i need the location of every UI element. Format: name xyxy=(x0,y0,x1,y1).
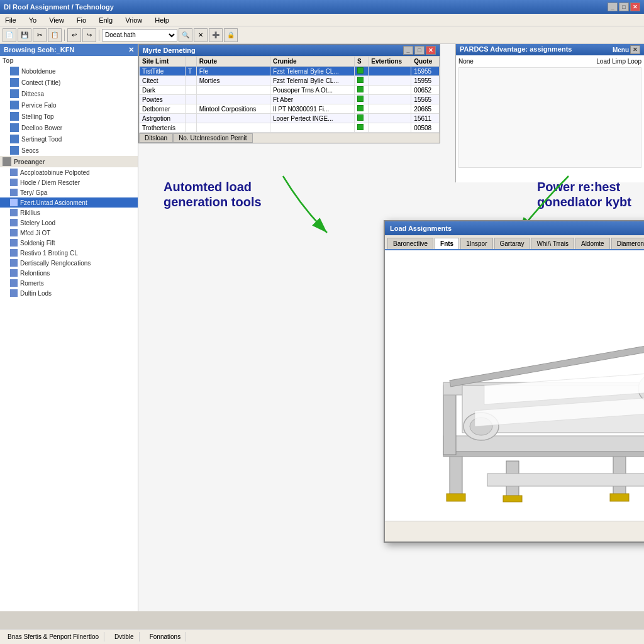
right-panel-close[interactable]: ✕ xyxy=(630,45,640,54)
toolbar-separator-1 xyxy=(64,30,65,41)
toolbar-btn-2[interactable]: 💾 xyxy=(18,28,31,42)
menu-help[interactable]: Help xyxy=(152,16,172,24)
menu-file[interactable]: File xyxy=(3,16,19,24)
dialog-tab-gartaray[interactable]: Gartaray xyxy=(494,238,530,249)
status-section-2[interactable]: Dvtible xyxy=(109,632,140,641)
toolbar-btn-4[interactable]: 📋 xyxy=(48,28,62,42)
dialog-tab-fnts[interactable]: Fnts xyxy=(435,238,459,250)
dialog-tab-whi-trrais[interactable]: Whi/\ Trrais xyxy=(531,238,574,249)
table-row[interactable]: TistTitle T Ffe Fzst Telernal Bylie CL..… xyxy=(140,67,440,76)
table-row[interactable]: Trothertenis 00508 xyxy=(140,123,440,133)
sidebar-item-mfcd[interactable]: Mfcd Ji OT xyxy=(0,228,138,238)
cell-runside: Fzst Telernal Bylie CL... xyxy=(270,76,354,86)
right-panel-pardcs: PARDCS Advantage: assignments Menu ✕ Non… xyxy=(455,44,644,182)
dialog-body xyxy=(385,250,644,521)
sidebar-item-stelery[interactable]: Stelery Lood xyxy=(0,218,138,228)
toolbar-btn-9[interactable]: ➕ xyxy=(209,28,223,42)
dialog-tab-diameronl[interactable]: Diameronl xyxy=(611,238,644,249)
sidebar-section-proeanger: Proeanger xyxy=(0,156,138,167)
table-row[interactable]: Astrgotion Looer Pertect INGE... 15611 xyxy=(140,114,440,123)
sidebar-item-accploa[interactable]: Accploatobinue Polpoted xyxy=(0,167,138,177)
toolbar-btn-5[interactable]: ↩ xyxy=(67,28,81,42)
svg-rect-13 xyxy=(443,386,456,455)
sidebar-item-dittecsa[interactable]: Dittecsa xyxy=(0,88,138,99)
sidebar-item-contect[interactable]: Contect (Title) xyxy=(0,77,138,88)
dialog-tab-aldomte[interactable]: Aldomte xyxy=(575,238,610,249)
main-content: Browsing Seoh:_KFN ✕ Top Nobotdenue Cont… xyxy=(0,44,644,611)
cell-quote: 00508 xyxy=(411,123,440,133)
sidebar-item-deelloo[interactable]: Deelloo Bower xyxy=(0,122,138,133)
menu-view[interactable]: View xyxy=(47,16,67,24)
title-bar-buttons: _ □ ✕ xyxy=(608,3,640,11)
sidebar-item-rikllius[interactable]: Rikllius xyxy=(0,208,138,218)
menu-enlg[interactable]: Enlg xyxy=(96,16,115,24)
cell-quote: 15611 xyxy=(411,114,440,123)
toolbar-btn-1[interactable]: 📄 xyxy=(3,28,16,42)
dialog-tab-1inspor[interactable]: 1Inspor xyxy=(460,238,492,249)
inner-window-title-text: Myrte Derneting xyxy=(143,47,196,54)
inner-window-bottom-tabs: Ditsloan No. Utclnresodion Pernit xyxy=(139,133,440,143)
sidebar-item-pervice[interactable]: Pervice Falo xyxy=(0,99,138,111)
table-row[interactable]: Citect Morties Fzst Telernal Bylie CL...… xyxy=(140,76,440,86)
inner-win-close[interactable]: ✕ xyxy=(426,46,436,55)
status-section-3[interactable]: Fonnations xyxy=(145,632,186,641)
sidebar-item-fzert[interactable]: Fzert.Untad Ascionment xyxy=(0,197,138,208)
sidebar-close[interactable]: ✕ xyxy=(128,46,134,54)
sidebar-item-relontions[interactable]: Relontions xyxy=(0,268,138,278)
toolbar-btn-6[interactable]: ↪ xyxy=(82,28,96,42)
item-icon-2 xyxy=(10,179,18,186)
toolbar-btn-3[interactable]: ✂ xyxy=(33,28,47,42)
table-row[interactable]: Powtes Ft Aber 15565 xyxy=(140,95,440,104)
annotation-right-text: Power re:hest gonedlator kybt xyxy=(537,179,631,209)
sidebar-item-dultin[interactable]: Dultin Lods xyxy=(0,288,138,298)
inner-tab-no-utcln[interactable]: No. Utclnresodion Pernit xyxy=(173,133,252,143)
toolbar-btn-10[interactable]: 🔒 xyxy=(224,28,238,42)
maximize-btn[interactable]: □ xyxy=(619,3,629,11)
sidebar-item-seocs[interactable]: Seocs xyxy=(0,145,138,156)
sidebar-item-stelling[interactable]: Stelling Top xyxy=(0,111,138,122)
item-icon-3 xyxy=(10,189,18,196)
close-btn[interactable]: ✕ xyxy=(630,3,640,11)
sidebar-item-tery[interactable]: Tery/ Gpa xyxy=(0,187,138,197)
cell-type xyxy=(185,95,196,104)
inner-win-maximize[interactable]: □ xyxy=(414,46,425,55)
cell-name: TistTitle xyxy=(140,67,186,76)
dialog-title-bar: Load Assignments ✕ xyxy=(385,221,644,235)
col-site-limt: Site Limt xyxy=(140,57,186,67)
folder-icon-5 xyxy=(10,112,19,121)
inner-tab-ditsloan[interactable]: Ditsloan xyxy=(139,133,173,143)
toolbar: 📄 💾 ✂ 📋 ↩ ↪ Doeat.hath 🔍 ✕ ➕ 🔒 xyxy=(0,26,644,44)
folder-icon-4 xyxy=(10,101,19,109)
main-panel: Myrte Derneting _ □ ✕ Site Limt Route Cr… xyxy=(138,44,644,611)
cell-quote: 15955 xyxy=(411,76,440,86)
col-s: S xyxy=(354,57,368,67)
item-icon-5 xyxy=(10,209,18,216)
menu-vriow[interactable]: Vriow xyxy=(123,16,145,24)
sidebar-item-dertiscally[interactable]: Dertiscally Renglocations xyxy=(0,258,138,268)
menu-yo[interactable]: Yo xyxy=(26,16,39,24)
sidebar-item-romerts[interactable]: Romerts xyxy=(0,278,138,288)
toolbar-btn-8[interactable]: ✕ xyxy=(194,28,208,42)
cell-name: Detborner xyxy=(140,104,186,114)
table-row[interactable]: Detborner Mintool Corpositions II PT N03… xyxy=(140,104,440,114)
inner-win-minimize[interactable]: _ xyxy=(403,46,413,55)
dialog-tab-baronectlive[interactable]: Baronectlive xyxy=(387,238,433,249)
cell-name: Trothertenis xyxy=(140,123,186,133)
table-row[interactable]: Dark Pousoper Trns A Ot... 00652 xyxy=(140,86,440,95)
cell-route xyxy=(196,114,270,123)
sidebar-item-hocle[interactable]: Hocle / Diem Resoter xyxy=(0,177,138,187)
status-section-1[interactable]: Bnas Sfertis & Penport Filnertloo xyxy=(3,632,104,641)
cell-type xyxy=(185,123,196,133)
toolbar-dropdown[interactable]: Doeat.hath xyxy=(102,29,177,42)
sidebar-item-soldenig[interactable]: Soldenig Fift xyxy=(0,238,138,248)
item-icon-13 xyxy=(10,289,18,297)
sidebar-item-restivo[interactable]: Restivo 1 Broting CL xyxy=(0,248,138,258)
toolbar-btn-7[interactable]: 🔍 xyxy=(179,28,192,42)
dialog-footer: OK Cancel xyxy=(385,521,644,541)
minimize-btn[interactable]: _ xyxy=(608,3,618,11)
sidebar-item-nobotdenue[interactable]: Nobotdenue xyxy=(0,65,138,77)
menu-fio[interactable]: Fio xyxy=(74,16,89,24)
item-icon-6 xyxy=(10,219,18,226)
item-icon-11 xyxy=(10,269,18,277)
sidebar-item-sertinegt[interactable]: Sertinegt Tood xyxy=(0,133,138,145)
